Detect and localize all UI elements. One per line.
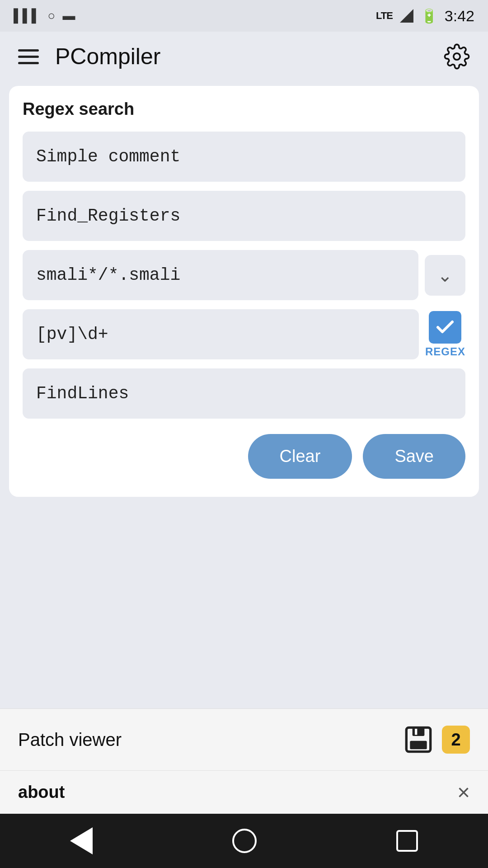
about-label: about <box>18 783 65 802</box>
nav-home-button[interactable] <box>232 829 257 853</box>
regex-pattern-row: REGEX <box>23 309 465 359</box>
file-pattern-dropdown-button[interactable]: ⌄ <box>425 255 465 296</box>
svg-rect-4 <box>415 729 417 735</box>
recent-square-icon <box>396 830 418 852</box>
section-title: Regex search <box>23 99 465 119</box>
find-name-field[interactable] <box>23 191 465 241</box>
regex-pattern-field[interactable] <box>23 309 419 359</box>
badge-count: 2 <box>442 726 470 754</box>
method-name-field[interactable] <box>23 368 465 419</box>
close-icon[interactable]: × <box>457 780 470 805</box>
file-pattern-row: ⌄ <box>23 250 465 300</box>
regex-label: REGEX <box>425 345 465 358</box>
home-circle-icon <box>232 829 257 853</box>
save-disk-icon[interactable] <box>404 725 433 754</box>
signal-bars-icon: ▌▌▌ <box>14 9 41 23</box>
nav-recent-button[interactable] <box>396 830 418 852</box>
svg-rect-3 <box>410 741 427 750</box>
status-bar-right: LTE 🔋 3:42 <box>376 7 474 25</box>
nav-bar <box>0 814 488 868</box>
hamburger-menu-button[interactable] <box>18 49 39 64</box>
status-bar: ▌▌▌ ○ ▬ LTE 🔋 3:42 <box>0 0 488 32</box>
battery-icon: 🔋 <box>421 8 437 24</box>
patch-viewer-row: Patch viewer 2 <box>0 709 488 770</box>
lte-icon: LTE <box>376 10 393 22</box>
nav-back-button[interactable] <box>70 827 93 854</box>
settings-gear-icon[interactable] <box>444 43 470 70</box>
svg-marker-0 <box>400 9 413 23</box>
comment-name-field[interactable] <box>23 132 465 182</box>
status-bar-left: ▌▌▌ ○ ▬ <box>14 9 75 23</box>
action-buttons: Clear Save <box>23 434 465 479</box>
signal-triangle-icon <box>400 9 413 23</box>
app-bar: PCompiler <box>0 32 488 81</box>
svg-rect-2 <box>413 727 425 736</box>
clear-button[interactable]: Clear <box>248 434 352 479</box>
regex-checkbox-button[interactable] <box>429 311 461 344</box>
status-time: 3:42 <box>445 7 474 25</box>
patch-viewer-label: Patch viewer <box>18 730 122 750</box>
regex-search-card: Regex search ⌄ REGEX Clear Save <box>9 86 479 497</box>
file-pattern-field[interactable] <box>23 250 418 300</box>
patch-viewer-actions: 2 <box>404 725 470 754</box>
chevron-down-icon: ⌄ <box>437 265 453 286</box>
save-button[interactable]: Save <box>363 434 465 479</box>
app-bar-left: PCompiler <box>18 43 160 70</box>
app-title: PCompiler <box>55 43 160 70</box>
about-row: about × <box>0 770 488 814</box>
back-arrow-icon <box>70 827 93 854</box>
circle-icon: ○ <box>48 9 56 23</box>
bottom-panel: Patch viewer 2 about × <box>0 708 488 814</box>
sim-icon: ▬ <box>62 9 75 23</box>
regex-toggle-wrap: REGEX <box>425 311 465 358</box>
